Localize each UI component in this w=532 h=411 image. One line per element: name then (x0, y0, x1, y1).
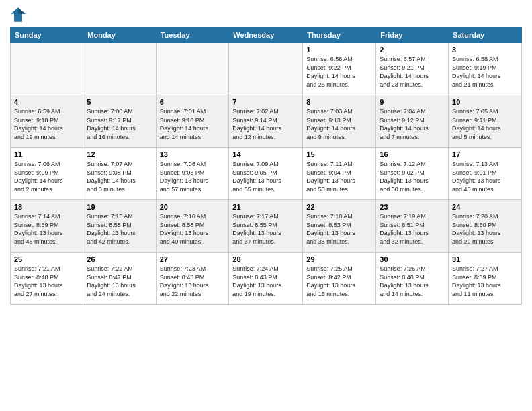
calendar-cell: 15Sunrise: 7:11 AM Sunset: 9:04 PM Dayli… (303, 148, 376, 200)
calendar-cell: 2Sunrise: 6:57 AM Sunset: 9:21 PM Daylig… (376, 43, 449, 95)
day-number: 20 (160, 203, 226, 211)
calendar-day-header: Sunday (11, 28, 83, 43)
day-number: 7 (232, 98, 299, 106)
calendar-cell: 28Sunrise: 7:24 AM Sunset: 8:43 PM Dayli… (229, 253, 303, 305)
logo (10, 7, 28, 23)
calendar-cell (83, 43, 156, 95)
day-info: Sunrise: 7:02 AM Sunset: 9:14 PM Dayligh… (232, 107, 299, 141)
calendar-cell: 13Sunrise: 7:08 AM Sunset: 9:06 PM Dayli… (156, 148, 229, 200)
calendar-week-row: 4Sunrise: 6:59 AM Sunset: 9:18 PM Daylig… (11, 95, 522, 148)
day-info: Sunrise: 7:18 AM Sunset: 8:53 PM Dayligh… (306, 212, 372, 246)
calendar-cell: 12Sunrise: 7:07 AM Sunset: 9:08 PM Dayli… (83, 148, 156, 200)
day-number: 14 (232, 150, 299, 158)
calendar-cell: 18Sunrise: 7:14 AM Sunset: 8:59 PM Dayli… (11, 200, 83, 253)
day-number: 4 (14, 98, 79, 106)
day-info: Sunrise: 7:26 AM Sunset: 8:40 PM Dayligh… (380, 265, 445, 298)
day-info: Sunrise: 7:09 AM Sunset: 9:05 PM Dayligh… (232, 160, 299, 193)
calendar-cell: 21Sunrise: 7:17 AM Sunset: 8:55 PM Dayli… (229, 200, 303, 253)
day-info: Sunrise: 7:16 AM Sunset: 8:56 PM Dayligh… (160, 212, 226, 246)
logo-icon (10, 7, 26, 23)
day-info: Sunrise: 7:19 AM Sunset: 8:51 PM Dayligh… (380, 212, 445, 246)
day-number: 21 (232, 203, 299, 211)
calendar-cell: 5Sunrise: 7:00 AM Sunset: 9:17 PM Daylig… (83, 95, 156, 148)
calendar-cell: 7Sunrise: 7:02 AM Sunset: 9:14 PM Daylig… (229, 95, 303, 148)
calendar-cell: 1Sunrise: 6:56 AM Sunset: 9:22 PM Daylig… (303, 43, 376, 95)
calendar-cell: 19Sunrise: 7:15 AM Sunset: 8:58 PM Dayli… (83, 200, 156, 253)
day-number: 2 (380, 46, 445, 54)
calendar-cell: 29Sunrise: 7:25 AM Sunset: 8:42 PM Dayli… (303, 253, 376, 305)
day-number: 27 (160, 255, 226, 263)
calendar-cell (229, 43, 303, 95)
day-number: 11 (14, 150, 79, 158)
day-number: 3 (452, 46, 518, 54)
day-info: Sunrise: 7:21 AM Sunset: 8:48 PM Dayligh… (14, 265, 79, 298)
calendar-cell: 4Sunrise: 6:59 AM Sunset: 9:18 PM Daylig… (11, 95, 83, 148)
day-number: 22 (306, 203, 372, 211)
calendar-cell: 31Sunrise: 7:27 AM Sunset: 8:39 PM Dayli… (449, 253, 522, 305)
calendar-cell: 27Sunrise: 7:23 AM Sunset: 8:45 PM Dayli… (156, 253, 229, 305)
day-info: Sunrise: 7:14 AM Sunset: 8:59 PM Dayligh… (14, 212, 79, 246)
day-info: Sunrise: 6:56 AM Sunset: 9:22 PM Dayligh… (306, 55, 372, 89)
day-info: Sunrise: 7:01 AM Sunset: 9:16 PM Dayligh… (160, 107, 226, 141)
day-info: Sunrise: 7:06 AM Sunset: 9:09 PM Dayligh… (14, 160, 79, 193)
calendar-cell: 17Sunrise: 7:13 AM Sunset: 9:01 PM Dayli… (449, 148, 522, 200)
svg-marker-1 (18, 7, 26, 14)
calendar-day-header: Wednesday (229, 28, 303, 43)
day-number: 5 (87, 98, 152, 106)
calendar-cell: 25Sunrise: 7:21 AM Sunset: 8:48 PM Dayli… (11, 253, 83, 305)
calendar-cell (11, 43, 83, 95)
calendar-week-row: 18Sunrise: 7:14 AM Sunset: 8:59 PM Dayli… (11, 200, 522, 253)
day-number: 18 (14, 203, 79, 211)
day-info: Sunrise: 7:20 AM Sunset: 8:50 PM Dayligh… (452, 212, 518, 246)
calendar-cell: 9Sunrise: 7:04 AM Sunset: 9:12 PM Daylig… (376, 95, 449, 148)
calendar-cell: 24Sunrise: 7:20 AM Sunset: 8:50 PM Dayli… (449, 200, 522, 253)
calendar-cell: 14Sunrise: 7:09 AM Sunset: 9:05 PM Dayli… (229, 148, 303, 200)
day-info: Sunrise: 7:13 AM Sunset: 9:01 PM Dayligh… (452, 160, 518, 193)
calendar-day-header: Monday (83, 28, 156, 43)
calendar-table: SundayMondayTuesdayWednesdayThursdayFrid… (10, 27, 522, 305)
day-number: 30 (380, 255, 445, 263)
calendar-cell: 10Sunrise: 7:05 AM Sunset: 9:11 PM Dayli… (449, 95, 522, 148)
day-number: 10 (452, 98, 518, 106)
day-number: 9 (380, 98, 445, 106)
day-number: 26 (87, 255, 152, 263)
day-info: Sunrise: 7:15 AM Sunset: 8:58 PM Dayligh… (87, 212, 152, 246)
day-info: Sunrise: 7:27 AM Sunset: 8:39 PM Dayligh… (452, 265, 518, 298)
page: SundayMondayTuesdayWednesdayThursdayFrid… (0, 0, 532, 411)
day-number: 8 (306, 98, 372, 106)
day-number: 1 (306, 46, 372, 54)
day-number: 19 (87, 203, 152, 211)
calendar-cell: 22Sunrise: 7:18 AM Sunset: 8:53 PM Dayli… (303, 200, 376, 253)
calendar-week-row: 25Sunrise: 7:21 AM Sunset: 8:48 PM Dayli… (11, 253, 522, 305)
day-number: 24 (452, 203, 518, 211)
day-info: Sunrise: 7:11 AM Sunset: 9:04 PM Dayligh… (306, 160, 372, 193)
day-info: Sunrise: 7:25 AM Sunset: 8:42 PM Dayligh… (306, 265, 372, 298)
day-number: 31 (452, 255, 518, 263)
day-info: Sunrise: 7:08 AM Sunset: 9:06 PM Dayligh… (160, 160, 226, 193)
calendar-cell: 8Sunrise: 7:03 AM Sunset: 9:13 PM Daylig… (303, 95, 376, 148)
day-number: 25 (14, 255, 79, 263)
calendar-day-header: Tuesday (156, 28, 229, 43)
day-info: Sunrise: 7:24 AM Sunset: 8:43 PM Dayligh… (232, 265, 299, 298)
header (10, 7, 522, 23)
calendar-cell: 6Sunrise: 7:01 AM Sunset: 9:16 PM Daylig… (156, 95, 229, 148)
calendar-cell: 23Sunrise: 7:19 AM Sunset: 8:51 PM Dayli… (376, 200, 449, 253)
day-number: 23 (380, 203, 445, 211)
calendar-day-header: Saturday (449, 28, 522, 43)
day-number: 28 (232, 255, 299, 263)
day-number: 13 (160, 150, 226, 158)
day-info: Sunrise: 7:12 AM Sunset: 9:02 PM Dayligh… (380, 160, 445, 193)
calendar-day-header: Friday (376, 28, 449, 43)
calendar-header-row: SundayMondayTuesdayWednesdayThursdayFrid… (11, 28, 522, 43)
day-number: 17 (452, 150, 518, 158)
calendar-cell: 20Sunrise: 7:16 AM Sunset: 8:56 PM Dayli… (156, 200, 229, 253)
calendar-cell (156, 43, 229, 95)
day-info: Sunrise: 7:17 AM Sunset: 8:55 PM Dayligh… (232, 212, 299, 246)
day-number: 6 (160, 98, 226, 106)
calendar-cell: 11Sunrise: 7:06 AM Sunset: 9:09 PM Dayli… (11, 148, 83, 200)
day-info: Sunrise: 6:59 AM Sunset: 9:18 PM Dayligh… (14, 107, 79, 141)
calendar-day-header: Thursday (303, 28, 376, 43)
day-number: 15 (306, 150, 372, 158)
calendar-cell: 26Sunrise: 7:22 AM Sunset: 8:47 PM Dayli… (83, 253, 156, 305)
calendar-week-row: 1Sunrise: 6:56 AM Sunset: 9:22 PM Daylig… (11, 43, 522, 95)
